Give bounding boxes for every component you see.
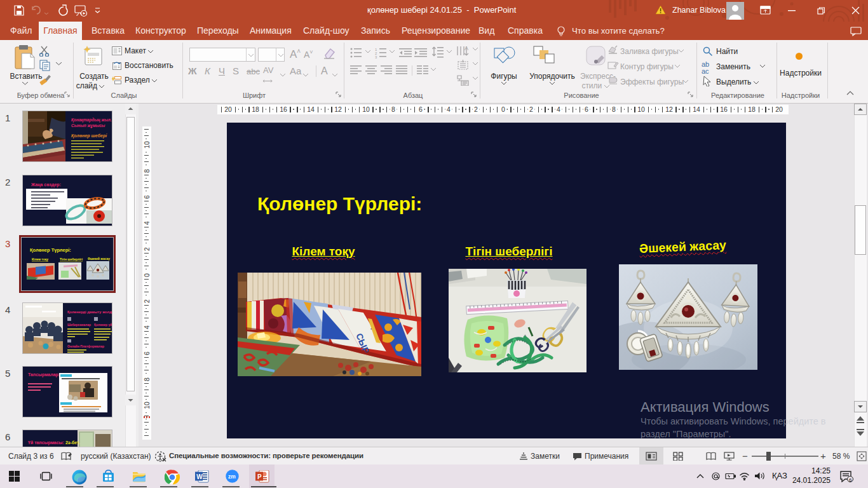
svg-text:Онлайн Платформалар: Онлайн Платформалар [67,344,104,348]
svg-text:Сынып жұмысы: Сынып жұмысы [71,123,105,128]
svg-text:P: P [257,473,262,480]
svg-text:Әшекей жасау: Әшекей жасау [88,257,110,261]
svg-text:Тапсырмалар:: Тапсырмалар: [28,372,60,377]
svg-text:Қонақтардың жыл.: Қонақтардың жыл. [71,118,112,123]
svg-text:Қолөнерді дамыту жолдары: Қолөнерді дамыту жолдары [67,310,112,314]
svg-text:Кілем тоқу: Кілем тоқу [32,257,48,261]
svg-text:Үй тапсырмасы: 2ә-бет.: Үй тапсырмасы: 2ә-бет. [28,440,80,445]
svg-text:Қолөнер шебері: Қолөнер шебері [71,133,107,139]
svg-text:Тігін шеберлігі: Тігін шеберлігі [60,257,83,261]
svg-text:zm: zm [228,473,236,480]
svg-text:Жаңа сөздер:: Жаңа сөздер: [31,182,61,187]
svg-text:Қолөнер үйірмесі: Қолөнер үйірмесі [94,323,112,327]
svg-text:Шеберханалар: Шеберханалар [67,323,91,327]
svg-text:6: 6 [849,477,852,483]
svg-text:W: W [196,473,203,480]
svg-text:Қолөнер Түрлері:: Қолөнер Түрлері: [30,247,71,253]
